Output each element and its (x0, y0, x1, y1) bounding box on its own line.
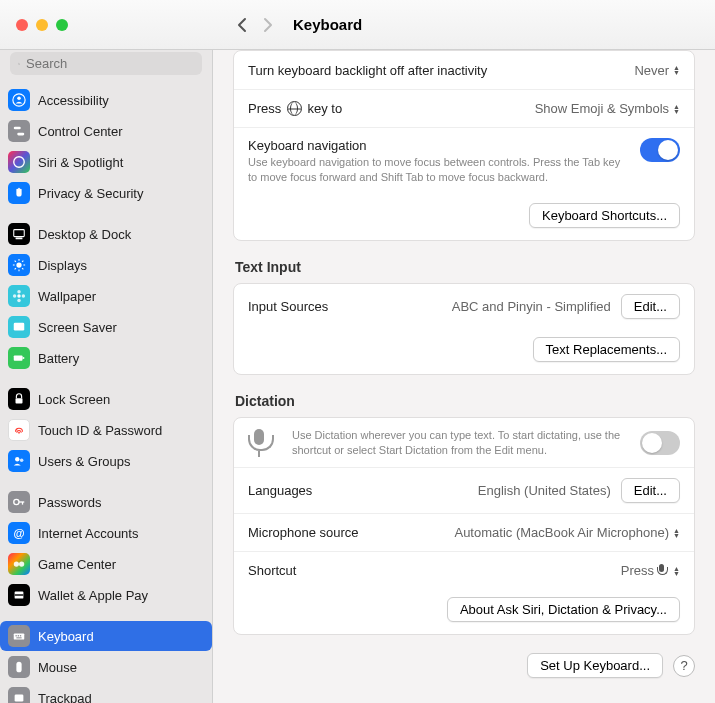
languages-label: Languages (248, 483, 312, 498)
setup-keyboard-button[interactable]: Set Up Keyboard... (527, 653, 663, 678)
sidebar-item-label: Users & Groups (38, 454, 130, 469)
search-input[interactable] (26, 56, 194, 71)
sidebar-item-wallet-apple-pay[interactable]: Wallet & Apple Pay (0, 580, 212, 610)
dictation-privacy-button[interactable]: About Ask Siri, Dictation & Privacy... (447, 597, 680, 622)
sun-icon (8, 254, 30, 276)
dictation-card: Use Dictation wherever you can type text… (233, 417, 695, 636)
sidebar-item-label: Mouse (38, 660, 77, 675)
search-icon (18, 57, 20, 71)
minimize-window-icon[interactable] (36, 19, 48, 31)
svg-rect-8 (16, 238, 23, 240)
sidebar-item-label: Control Center (38, 124, 123, 139)
svg-point-9 (16, 262, 21, 267)
sidebar-item-battery[interactable]: Battery (0, 343, 212, 373)
svg-rect-39 (16, 635, 17, 636)
svg-rect-25 (23, 357, 25, 359)
dictation-toggle[interactable] (640, 431, 680, 455)
microphone-icon (657, 564, 666, 577)
fullscreen-window-icon[interactable] (56, 19, 68, 31)
sidebar-item-label: Game Center (38, 557, 116, 572)
press-key-label: Press key to (248, 101, 342, 116)
svg-point-35 (19, 561, 24, 566)
sidebar-item-game-center[interactable]: Game Center (0, 549, 212, 579)
svg-point-21 (13, 294, 17, 298)
sidebar-item-desktop-dock[interactable]: Desktop & Dock (0, 219, 212, 249)
titlebar: Keyboard (0, 0, 715, 50)
press-key-value-select[interactable]: Show Emoji & Symbols ▲▼ (535, 101, 680, 116)
backlight-label: Turn keyboard backlight off after inacti… (248, 63, 487, 78)
svg-point-34 (14, 561, 19, 566)
svg-line-17 (22, 261, 23, 262)
svg-point-19 (17, 290, 21, 294)
sidebar-item-label: Privacy & Security (38, 186, 143, 201)
traffic-lights (16, 19, 68, 31)
content-area: Turn keyboard backlight off after inacti… (213, 50, 715, 703)
svg-rect-37 (15, 594, 24, 596)
sidebar-item-keyboard[interactable]: Keyboard (0, 621, 212, 651)
sidebar-item-privacy-security[interactable]: Privacy & Security (0, 178, 212, 208)
svg-rect-4 (14, 127, 21, 130)
text-replacements-button[interactable]: Text Replacements... (533, 337, 680, 362)
sidebar-item-mouse[interactable]: Mouse (0, 652, 212, 682)
back-button[interactable] (229, 12, 255, 38)
svg-rect-40 (18, 635, 19, 636)
svg-rect-41 (20, 635, 21, 636)
sidebar-item-accessibility[interactable]: Accessibility (0, 85, 212, 115)
input-sources-edit-button[interactable]: Edit... (621, 294, 680, 319)
sidebar-item-displays[interactable]: Displays (0, 250, 212, 280)
backlight-value-select[interactable]: Never ▲▼ (634, 63, 680, 78)
svg-rect-23 (14, 323, 25, 331)
shortcut-select[interactable]: Press ▲▼ (621, 563, 680, 578)
languages-edit-button[interactable]: Edit... (621, 478, 680, 503)
sidebar-item-label: Desktop & Dock (38, 227, 131, 242)
keyboard-shortcuts-button[interactable]: Keyboard Shortcuts... (529, 203, 680, 228)
sidebar-item-label: Lock Screen (38, 392, 110, 407)
svg-rect-26 (16, 398, 23, 403)
svg-rect-44 (15, 695, 24, 702)
search-field[interactable] (10, 52, 202, 75)
screen-icon (8, 316, 30, 338)
dock-icon (8, 223, 30, 245)
sidebar-item-label: Wallet & Apple Pay (38, 588, 148, 603)
sidebar-item-passwords[interactable]: Passwords (0, 487, 212, 517)
fingerprint-icon (8, 419, 30, 441)
sidebar-item-siri-spotlight[interactable]: Siri & Spotlight (0, 147, 212, 177)
sidebar-item-label: Accessibility (38, 93, 109, 108)
sidebar-item-wallpaper[interactable]: Wallpaper (0, 281, 212, 311)
dictation-desc: Use Dictation wherever you can type text… (292, 428, 630, 458)
person-icon (8, 89, 30, 111)
sidebar-item-label: Wallpaper (38, 289, 96, 304)
sidebar-item-trackpad[interactable]: Trackpad (0, 683, 212, 703)
sidebar-item-label: Screen Saver (38, 320, 117, 335)
sidebar-item-internet-accounts[interactable]: @Internet Accounts (0, 518, 212, 548)
dictation-title: Dictation (235, 393, 693, 409)
svg-rect-24 (14, 355, 23, 360)
keyboard-nav-toggle[interactable] (640, 138, 680, 162)
sidebar-item-touch-id-password[interactable]: Touch ID & Password (0, 415, 212, 445)
mouse-icon (8, 656, 30, 678)
trackpad-icon (8, 687, 30, 703)
microphone-source-label: Microphone source (248, 525, 359, 540)
text-input-card: Input Sources ABC and Pinyin - Simplifie… (233, 283, 695, 375)
sidebar-item-control-center[interactable]: Control Center (0, 116, 212, 146)
svg-point-28 (15, 457, 19, 461)
wallet-icon (8, 584, 30, 606)
sidebar-item-screen-saver[interactable]: Screen Saver (0, 312, 212, 342)
forward-button[interactable] (255, 12, 281, 38)
switches-icon (8, 120, 30, 142)
input-sources-value: ABC and Pinyin - Simplified (452, 299, 611, 314)
svg-text:@: @ (13, 527, 24, 539)
lock-icon (8, 388, 30, 410)
sidebar-item-lock-screen[interactable]: Lock Screen (0, 384, 212, 414)
game-icon (8, 553, 30, 575)
microphone-source-select[interactable]: Automatic (MacBook Air Microphone) ▲▼ (454, 525, 680, 540)
users-icon (8, 450, 30, 472)
at-icon: @ (8, 522, 30, 544)
key-icon (8, 491, 30, 513)
help-button[interactable]: ? (673, 655, 695, 677)
chevron-updown-icon: ▲▼ (673, 65, 680, 75)
languages-value: English (United States) (478, 483, 611, 498)
sidebar-item-users-groups[interactable]: Users & Groups (0, 446, 212, 476)
close-window-icon[interactable] (16, 19, 28, 31)
sidebar-item-label: Keyboard (38, 629, 94, 644)
